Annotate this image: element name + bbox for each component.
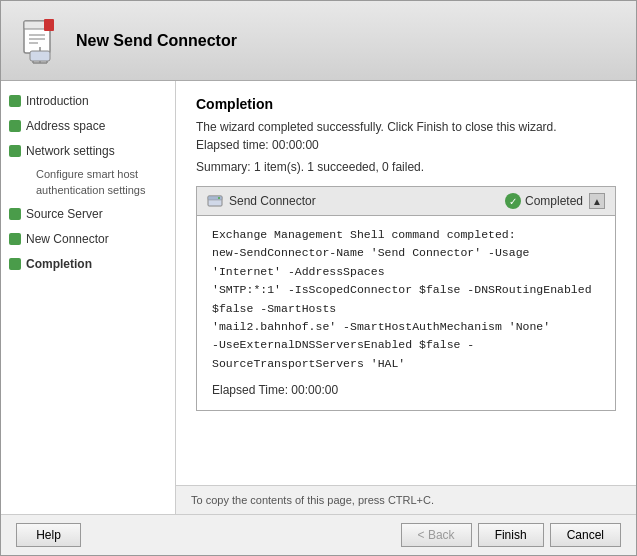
sidebar-item-configure-smart[interactable]: Configure smart host authentication sett… [1,163,175,202]
elapsed-time: Elapsed time: 00:00:00 [196,138,616,152]
command-line-2: new-SendConnector-Name 'Send Connector' … [212,244,600,281]
sidebar-item-network-settings[interactable]: Network settings [1,139,175,164]
check-icon: ✓ [505,193,521,209]
main-content: Completion The wizard completed successf… [176,81,636,485]
bullet-source-server [9,208,21,220]
connector-header-left: Send Connector [207,193,316,209]
copy-hint: To copy the contents of this page, press… [191,494,434,506]
bullet-address-space [9,120,21,132]
finish-button[interactable]: Finish [478,523,544,547]
svg-point-14 [218,197,220,199]
connector-header-right: ✓ Completed ▲ [505,193,605,209]
command-line-5: -UseExternalDNSServersEnabled $false -So… [212,336,600,373]
footer-bar: To copy the contents of this page, press… [176,485,636,514]
connector-name: Send Connector [229,194,316,208]
button-bar: Help < Back Finish Cancel [1,514,636,555]
title-bar: New Send Connector [1,1,636,81]
sidebar-label-address-space: Address space [26,118,105,135]
connector-elapsed: Elapsed Time: 00:00:00 [212,381,600,400]
bullet-introduction [9,95,21,107]
completion-title: Completion [196,96,616,112]
sidebar-label-completion: Completion [26,256,92,273]
collapse-button[interactable]: ▲ [589,193,605,209]
completed-label: Completed [525,194,583,208]
svg-rect-5 [44,19,54,31]
sidebar-item-source-server[interactable]: Source Server [1,202,175,227]
sidebar-label-introduction: Introduction [26,93,89,110]
wizard-icon [16,17,64,65]
sidebar-item-new-connector[interactable]: New Connector [1,227,175,252]
sidebar-item-introduction[interactable]: Introduction [1,89,175,114]
help-button[interactable]: Help [16,523,81,547]
sidebar-label-source-server: Source Server [26,206,103,223]
main-panel: Completion The wizard completed successf… [176,81,636,514]
window-title: New Send Connector [76,32,237,50]
sidebar-item-address-space[interactable]: Address space [1,114,175,139]
connector-section: Send Connector ✓ Completed ▲ Exchange Ma… [196,186,616,411]
bullet-new-connector [9,233,21,245]
command-line-4: 'mail2.bahnhof.se' -SmartHostAuthMechani… [212,318,600,336]
back-button[interactable]: < Back [401,523,472,547]
connector-body: Exchange Management Shell command comple… [197,216,615,410]
command-line-3: 'SMTP:*:1' -IsScopedConnector $false -DN… [212,281,600,318]
sidebar-label-network-settings: Network settings [26,143,115,160]
content-area: Introduction Address space Network setti… [1,81,636,514]
svg-rect-6 [30,51,50,61]
connector-icon [207,193,223,209]
bullet-completion [9,258,21,270]
completion-subtitle: The wizard completed successfully. Click… [196,120,616,134]
sidebar-item-completion[interactable]: Completion [1,252,175,277]
sidebar: Introduction Address space Network setti… [1,81,176,514]
cancel-button[interactable]: Cancel [550,523,621,547]
completed-badge: ✓ Completed [505,193,583,209]
summary-text: Summary: 1 item(s). 1 succeeded, 0 faile… [196,160,616,174]
sub-indent-icon [21,169,31,179]
sidebar-label-configure-smart: Configure smart host authentication sett… [36,167,167,198]
command-line-1: Exchange Management Shell command comple… [212,226,600,244]
wizard-window: New Send Connector Introduction Address … [0,0,637,556]
connector-header: Send Connector ✓ Completed ▲ [197,187,615,216]
sidebar-label-new-connector: New Connector [26,231,109,248]
bullet-network-settings [9,145,21,157]
